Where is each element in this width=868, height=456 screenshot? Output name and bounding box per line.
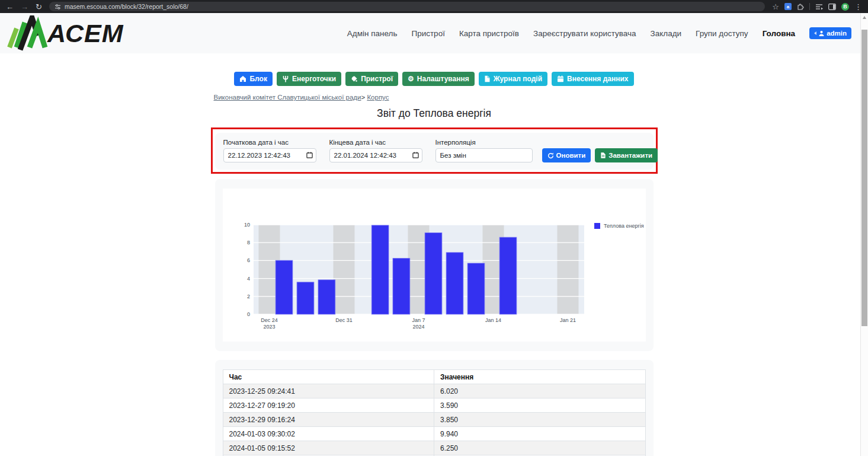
nav-institutions[interactable]: Заклади xyxy=(651,29,682,38)
breadcrumb-link-building[interactable]: Корпус xyxy=(367,94,389,101)
person-icon xyxy=(818,30,825,37)
table-row: 2024-01-03 09:30:029.940 xyxy=(223,427,645,441)
page-scrollbar[interactable] xyxy=(860,13,868,456)
svg-text:Теплова енергія: Теплова енергія xyxy=(604,223,644,229)
svg-text:Jan 14: Jan 14 xyxy=(485,317,501,323)
end-datetime-field: Кінцева дата і час xyxy=(329,139,422,162)
refresh-icon xyxy=(547,152,554,159)
cell-value: 3.850 xyxy=(434,413,646,427)
block-toolbar: Блок Енерготочки Пристрої ⚙ Налаштування… xyxy=(0,72,868,86)
svg-text:Jan 7: Jan 7 xyxy=(412,317,425,323)
table-card: Час Значення 2023-12-25 09:24:416.020 20… xyxy=(215,360,654,456)
nav-home[interactable]: Головна xyxy=(763,29,796,38)
nav-devices[interactable]: Пристрої xyxy=(411,29,444,38)
table-header-row: Час Значення xyxy=(223,370,645,384)
breadcrumb-link-committee[interactable]: Виконавчий комітет Славутицької міської … xyxy=(214,94,361,101)
svg-text:2: 2 xyxy=(246,294,249,299)
refresh-label: Оновити xyxy=(556,152,586,159)
refresh-button[interactable]: Оновити xyxy=(542,148,591,162)
satellite-icon xyxy=(351,75,358,82)
site-header: АСЕМ Адмін панель Пристрої Карта пристро… xyxy=(0,13,868,53)
browser-toolbar: ← → ↻ masem.escoua.com/block/32/report_s… xyxy=(0,0,868,13)
svg-text:10: 10 xyxy=(244,222,249,228)
address-bar[interactable]: masem.escoua.com/block/32/report_solo/68… xyxy=(49,2,765,11)
reading-list-icon[interactable] xyxy=(815,4,823,10)
table-row: 2023-12-29 09:16:243.850 xyxy=(223,413,645,427)
download-file-icon xyxy=(600,152,606,159)
toolbar-label: Журнал подій xyxy=(494,75,542,83)
toolbar-button-event-log[interactable]: Журнал подій xyxy=(479,72,547,86)
house-icon xyxy=(239,75,246,82)
filter-actions: Оновити Завантажити xyxy=(542,148,658,162)
svg-text:4: 4 xyxy=(246,276,249,282)
scrollbar-thumb[interactable] xyxy=(861,30,867,326)
main-nav: Адмін панель Пристрої Карта пристроїв За… xyxy=(347,27,851,39)
column-header-time: Час xyxy=(223,370,434,384)
svg-text:6: 6 xyxy=(246,257,249,263)
cell-time: 2024-01-03 09:30:02 xyxy=(223,427,434,441)
cell-time: 2023-12-25 09:24:41 xyxy=(223,384,434,398)
svg-text:2024: 2024 xyxy=(412,324,424,330)
breadcrumb: Виконавчий комітет Славутицької міської … xyxy=(214,94,655,101)
translate-icon[interactable]: a xyxy=(784,3,792,10)
cell-time: 2023-12-27 09:19:20 xyxy=(223,398,434,413)
download-label: Завантажити xyxy=(608,152,652,159)
cell-time: 2023-12-29 09:16:24 xyxy=(223,413,434,427)
table-row: 2023-12-25 09:24:416.020 xyxy=(223,384,645,398)
nav-device-map[interactable]: Карта пристроїв xyxy=(459,29,519,38)
caret-left-icon xyxy=(814,31,816,35)
extensions-icon[interactable] xyxy=(797,3,804,10)
annotation-highlight-box: Початкова дата і час Кінцева дата і час … xyxy=(211,127,658,174)
reload-icon[interactable]: ↻ xyxy=(36,3,42,11)
browser-menu-icon[interactable]: ⋮ xyxy=(854,3,862,11)
download-button[interactable]: Завантажити xyxy=(595,148,658,162)
chart-canvas: 0246810Dec 242023Dec 31Jan 72024Jan 14Ja… xyxy=(223,189,646,342)
interpolation-input[interactable] xyxy=(435,148,533,162)
svg-text:0: 0 xyxy=(246,311,249,317)
calendar-icon xyxy=(557,75,564,82)
cell-value: 9.940 xyxy=(434,427,646,441)
site-settings-icon[interactable] xyxy=(55,4,61,10)
browser-actions: ☆ a B ⋮ xyxy=(772,3,862,11)
interpolation-label: Інтерполяція xyxy=(435,139,533,146)
forward-icon[interactable]: → xyxy=(21,3,28,11)
nav-admin-panel[interactable]: Адмін панель xyxy=(347,29,398,38)
toolbar-button-block[interactable]: Блок xyxy=(234,72,272,86)
nav-register-user[interactable]: Зареєструвати користувача xyxy=(533,29,636,38)
profile-avatar[interactable]: B xyxy=(841,3,849,11)
page-title: Звіт до Теплова енергія xyxy=(0,107,868,120)
bar-chart[interactable]: 0246810Dec 242023Dec 31Jan 72024Jan 14Ja… xyxy=(223,189,646,342)
table-row: 2024-01-05 09:15:526.250 xyxy=(223,441,645,455)
start-datetime-input[interactable] xyxy=(223,148,316,162)
svg-text:Dec 31: Dec 31 xyxy=(335,317,353,323)
svg-text:Dec 24: Dec 24 xyxy=(261,317,278,323)
toolbar-button-devices[interactable]: Пристрої xyxy=(345,72,398,86)
admin-user-button[interactable]: admin xyxy=(809,27,851,39)
svg-text:8: 8 xyxy=(246,240,249,245)
back-icon[interactable]: ← xyxy=(6,3,14,11)
datepicker-icon[interactable] xyxy=(306,152,313,158)
scrollbar-up-arrow-icon[interactable] xyxy=(863,16,866,19)
nav-access-groups[interactable]: Групи доступу xyxy=(696,29,748,38)
bookmark-star-icon[interactable]: ☆ xyxy=(772,3,779,11)
toolbar-label: Налаштування xyxy=(417,75,469,83)
column-header-value: Значення xyxy=(434,370,646,384)
file-icon xyxy=(484,75,491,82)
end-datetime-input[interactable] xyxy=(329,148,422,162)
logo-text: АСЕМ xyxy=(47,19,123,48)
toolbar-label: Пристрої xyxy=(361,75,393,83)
datepicker-icon[interactable] xyxy=(412,152,419,158)
acem-logo[interactable]: АСЕМ xyxy=(5,15,123,51)
admin-label: admin xyxy=(827,30,847,37)
table-row: 2023-12-27 09:19:203.590 xyxy=(223,398,645,413)
readings-table: Час Значення 2023-12-25 09:24:416.020 20… xyxy=(223,369,646,456)
toolbar-button-data-entry[interactable]: Внесення данних xyxy=(552,72,633,86)
toolbar-label: Внесення данних xyxy=(567,75,628,83)
toolbar-button-settings[interactable]: ⚙ Налаштування xyxy=(402,72,475,86)
cell-time: 2024-01-05 09:15:52 xyxy=(223,441,434,455)
url-text[interactable]: masem.escoua.com/block/32/report_solo/68… xyxy=(65,3,188,10)
toolbar-button-energy-points[interactable]: Енерготочки xyxy=(277,72,341,86)
end-datetime-label: Кінцева дата і час xyxy=(329,139,422,146)
cell-value: 3.590 xyxy=(434,398,646,413)
side-panel-icon[interactable] xyxy=(828,4,836,10)
